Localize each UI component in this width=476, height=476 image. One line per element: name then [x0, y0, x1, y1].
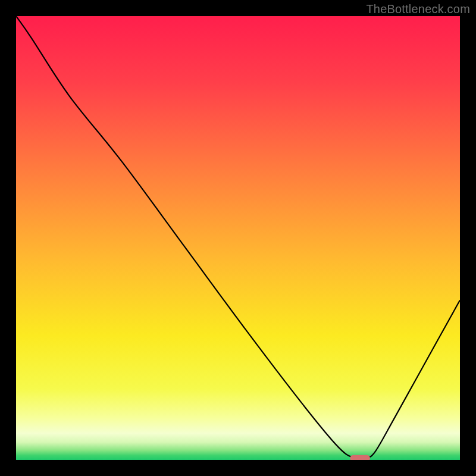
bottleneck-chart	[16, 16, 460, 460]
chart-frame: TheBottleneck.com	[0, 0, 476, 476]
watermark-label: TheBottleneck.com	[366, 2, 470, 16]
plot-background	[16, 16, 460, 460]
optimal-marker	[350, 455, 370, 460]
